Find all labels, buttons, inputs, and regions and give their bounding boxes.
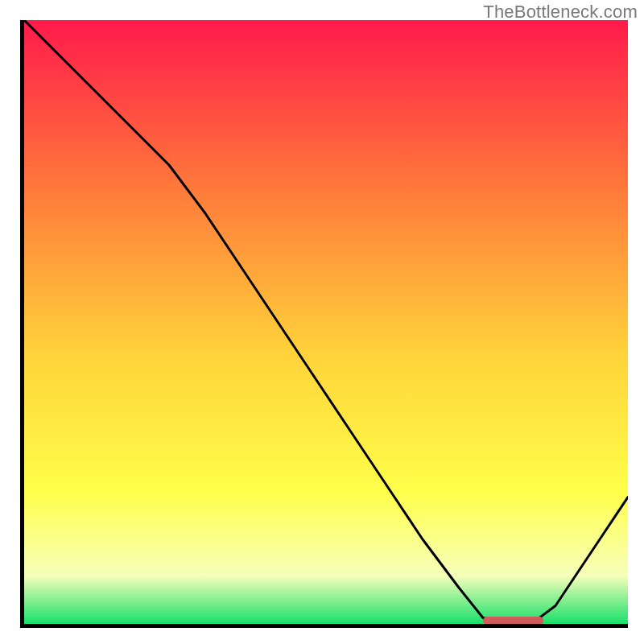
watermark-text: TheBottleneck.com	[483, 2, 638, 23]
chart-stage: TheBottleneck.com	[0, 0, 644, 644]
y-axis	[20, 20, 24, 628]
optimal-range-marker	[483, 617, 543, 625]
plot-svg	[24, 20, 628, 624]
x-axis	[20, 624, 628, 628]
plot-area	[24, 20, 628, 624]
